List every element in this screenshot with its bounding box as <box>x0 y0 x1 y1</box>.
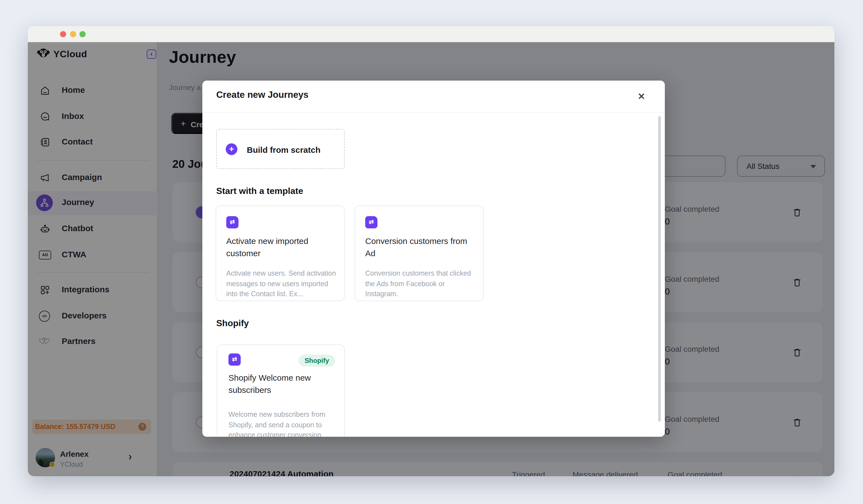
minimize-window-button[interactable] <box>70 31 76 37</box>
journey-template-icon: ⇄ <box>365 216 377 228</box>
template-card-conversion-customers-from-ad[interactable]: ⇄ Conversion customers from Ad Conversio… <box>355 205 484 301</box>
modal-header-divider <box>202 112 665 113</box>
app-window: YCloud ‹ Home Inbox <box>28 26 834 476</box>
shopify-badge: Shopify <box>299 354 335 367</box>
journey-template-icon: ⇄ <box>226 216 238 228</box>
build-from-scratch-card[interactable]: + Build from scratch <box>216 129 345 169</box>
create-journeys-modal: Create new Journeys ✕ + Build from scrat… <box>202 80 665 437</box>
window-titlebar <box>28 26 834 42</box>
template-card-shopify-welcome-new-subscribers[interactable]: ⇄ Shopify Shopify Welcome new subscriber… <box>217 344 345 437</box>
template-title: Shopify Welcome new subscribers <box>228 372 337 396</box>
template-title: Activate new imported customer <box>226 235 335 260</box>
close-icon[interactable]: ✕ <box>635 90 648 103</box>
desktop: YCloud ‹ Home Inbox <box>0 0 863 504</box>
template-title: Conversion customers from Ad <box>365 235 474 260</box>
shopify-section-heading: Shopify <box>216 318 249 328</box>
journey-template-icon: ⇄ <box>228 353 241 366</box>
close-window-button[interactable] <box>60 31 66 37</box>
template-description: Welcome new subscribers from Shopify, an… <box>228 410 339 437</box>
template-card-activate-new-imported-customer[interactable]: ⇄ Activate new imported customer Activat… <box>216 205 345 301</box>
modal-title: Create new Journeys <box>216 89 309 100</box>
plus-circle-icon: + <box>226 143 237 155</box>
zoom-window-button[interactable] <box>79 31 86 37</box>
template-description: Conversion customers that clicked the Ad… <box>365 268 475 299</box>
template-section-heading: Start with a template <box>216 186 303 196</box>
template-description: Activate new users. Send activation mess… <box>226 268 336 299</box>
modal-scrollbar[interactable] <box>658 116 661 422</box>
build-from-scratch-label: Build from scratch <box>247 145 321 154</box>
